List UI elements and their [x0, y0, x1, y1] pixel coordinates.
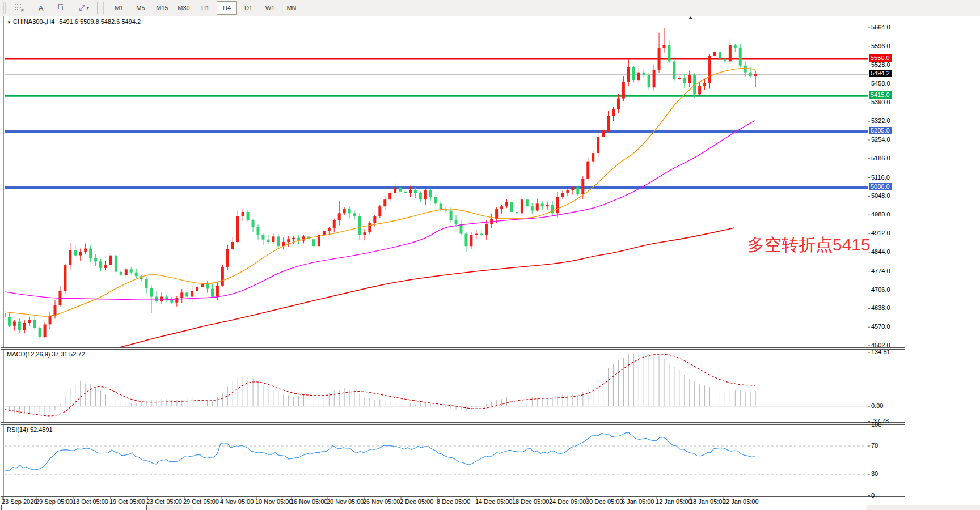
timeframe-button-h4[interactable]: H4 [217, 1, 237, 15]
timeframe-button-m15[interactable]: M15 [152, 1, 172, 15]
dotted-grid-icon: F [15, 4, 24, 12]
toolbar-grip[interactable] [102, 2, 107, 14]
svg-text:F: F [21, 8, 24, 12]
toolbar-grip[interactable] [2, 2, 7, 14]
letter-t-icon: T [58, 4, 67, 12]
cursor-mode-button[interactable]: ⤢ ▾ [74, 1, 94, 15]
chart-canvas[interactable] [0, 0, 980, 510]
scrollbar-segment[interactable] [2, 505, 147, 510]
timeframe-button-h1[interactable]: H1 [195, 1, 216, 15]
timeframe-button-mn[interactable]: MN [281, 1, 302, 15]
timeframe-button-m30[interactable]: M30 [174, 1, 194, 15]
timeframe-button-m1[interactable]: M1 [109, 1, 129, 15]
toolbar: F A T ⤢ ▾ M1M5M15M30H1H4D1W1MN [0, 0, 980, 16]
dropdown-caret-icon: ▾ [87, 6, 89, 11]
scrollbar-thumb[interactable] [193, 505, 867, 510]
grid-f-icon[interactable]: F [9, 1, 29, 15]
text-tool-button[interactable]: T [52, 1, 73, 15]
toolbar-separator [97, 2, 98, 14]
letter-a-icon: A [39, 4, 44, 12]
mt4-window: F A T ⤢ ▾ M1M5M15M30H1H4D1W1MN ▼ CHINA30… [0, 0, 980, 510]
timeframe-button-d1[interactable]: D1 [238, 1, 259, 15]
text-label-tool-button[interactable]: A [31, 1, 51, 15]
timeframe-group: M1M5M15M30H1H4D1W1MN [108, 1, 302, 15]
diagonal-arrows-icon: ⤢ [79, 3, 85, 12]
timeframe-button-m5[interactable]: M5 [130, 1, 151, 15]
timeframe-button-w1[interactable]: W1 [260, 1, 280, 15]
toolbar-separator [305, 2, 305, 14]
